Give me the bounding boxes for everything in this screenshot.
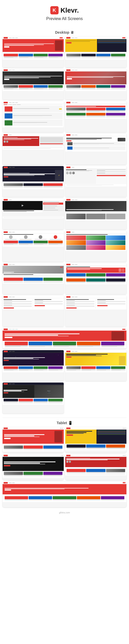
- card: [4, 54, 18, 58]
- form-title: [4, 299, 26, 300]
- left-panel: [65, 169, 96, 184]
- mock-screen-5: [3, 101, 64, 132]
- tab-bar: [4, 147, 63, 147]
- hero-red-1: [3, 39, 64, 52]
- nav-link: [12, 38, 15, 38]
- content-8: [65, 136, 126, 151]
- nav-1: [3, 37, 64, 39]
- field-label: [97, 300, 106, 301]
- screenshot-16: [65, 263, 126, 294]
- screenshot-13: [3, 231, 64, 262]
- hero-text: [4, 75, 63, 80]
- form-input: [35, 301, 63, 302]
- mock-screen-16: [65, 263, 126, 294]
- card: [66, 108, 86, 112]
- icon: [123, 428, 124, 429]
- card: [43, 446, 62, 450]
- popcorn-hero: [65, 353, 126, 366]
- mock-screen-21: [65, 350, 126, 381]
- title: [66, 169, 86, 170]
- card: [19, 85, 33, 90]
- lesson-title: [73, 143, 114, 144]
- title-1: [4, 174, 55, 174]
- cat-title: [67, 268, 102, 269]
- screenshot-1: [3, 37, 64, 67]
- avatar: [72, 172, 75, 174]
- nav-logo: [4, 102, 8, 103]
- hero-split-22: 📷: [3, 385, 64, 398]
- photo-item: [86, 245, 106, 250]
- subtitle: [4, 392, 24, 392]
- nav-logo: [66, 231, 70, 233]
- mock-screen-18: [65, 296, 126, 326]
- nav-15: [3, 263, 64, 266]
- lesson-info: [73, 143, 124, 144]
- tablet-screenshot-4: [65, 454, 126, 480]
- avatar: [66, 172, 69, 174]
- nav-link: [12, 483, 15, 483]
- save-btn: [4, 307, 14, 309]
- cat-row: [66, 273, 125, 278]
- info-line: [4, 277, 39, 277]
- nav-logo: [66, 37, 70, 39]
- title-1: [4, 434, 44, 435]
- photo-grid: [66, 214, 125, 219]
- card: [19, 366, 33, 371]
- nav-logo: [4, 134, 8, 136]
- nav-logo: [4, 482, 8, 484]
- nav-links: [9, 297, 15, 297]
- course-header: [66, 138, 125, 141]
- mock-screen-9: ⚡: [3, 166, 64, 197]
- info-row: [4, 182, 63, 183]
- interest-heading: [66, 234, 108, 235]
- cat-card: [66, 273, 86, 278]
- title: [4, 272, 14, 273]
- save-btn: [66, 307, 77, 309]
- item-text: [44, 206, 57, 206]
- card: [23, 183, 43, 188]
- course-title: [13, 108, 49, 109]
- field-label: [97, 303, 106, 303]
- subtitle: [66, 139, 97, 140]
- nav-link: [75, 70, 77, 70]
- account-form-18: [65, 298, 126, 310]
- form-input: [4, 301, 32, 302]
- card: [4, 366, 18, 371]
- nav-9: [3, 166, 64, 169]
- nav-links: [9, 135, 12, 135]
- card: [29, 342, 52, 347]
- hero-content: [66, 354, 125, 358]
- content-12: [65, 211, 126, 221]
- text-line: [4, 78, 39, 78]
- subtitle: [4, 464, 45, 464]
- card: [4, 241, 18, 245]
- nav-btn-1: [60, 37, 63, 38]
- tag: [66, 458, 90, 458]
- nav-links: [9, 70, 15, 70]
- desktop-section-label: Desktop 🖥: [0, 30, 129, 34]
- photo-item: [66, 235, 86, 240]
- tablet-hero-3: [3, 457, 64, 471]
- nav-logo: [66, 102, 70, 103]
- subtitle: [4, 273, 11, 273]
- nav-link: [72, 232, 74, 232]
- avatar: [66, 461, 68, 463]
- avatar: [6, 141, 8, 143]
- screenshot-11: [3, 198, 64, 229]
- card: [5, 496, 28, 501]
- form-input: [35, 303, 63, 304]
- text-line: [4, 45, 34, 46]
- cat-card: [66, 278, 86, 283]
- screenshot-10: [65, 166, 126, 197]
- nav-logo: [4, 69, 8, 71]
- divider: [4, 240, 63, 241]
- nav-icons: [60, 428, 63, 429]
- text-line: [4, 43, 54, 44]
- hero-overlay-3: [3, 457, 64, 471]
- nav-link: [9, 351, 12, 352]
- code-line: [97, 431, 126, 432]
- photo-card: [86, 214, 106, 219]
- nav-link: [9, 384, 12, 384]
- card: [48, 85, 63, 90]
- item-text: [44, 210, 58, 210]
